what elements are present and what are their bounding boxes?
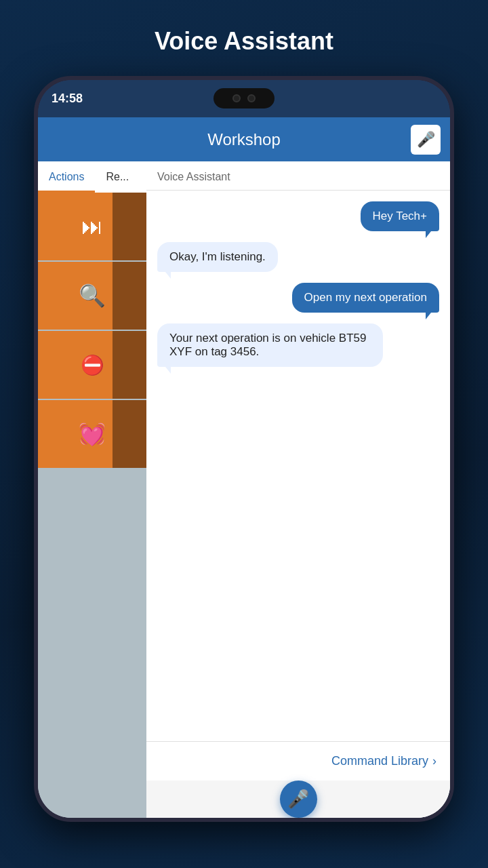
sidebar-icon-health[interactable]: 💓 xyxy=(38,400,146,468)
chat-area: Hey Tech+ Okay, I'm listening. Open my n… xyxy=(146,191,450,741)
noentry-icon: ⛔ xyxy=(81,354,104,376)
chat-text-1: Hey Tech+ xyxy=(373,210,427,222)
tab-re-label: Re... xyxy=(106,171,129,183)
chevron-right-icon: › xyxy=(432,754,436,768)
tabs-row: Actions Re... xyxy=(38,161,146,193)
mic-icon: 🎤 xyxy=(417,131,435,149)
status-time: 14:58 xyxy=(52,92,83,106)
chat-text-4: Your next operation is on vehicle BT59 X… xyxy=(169,332,366,358)
page-title: Voice Assistant xyxy=(155,27,333,56)
command-library-label: Command Library xyxy=(331,754,428,768)
chat-empty-space xyxy=(157,378,439,730)
camera-dot-left xyxy=(232,94,241,102)
sidebar-icon-search[interactable]: 🔍 xyxy=(38,262,146,330)
chat-bubble-1: Hey Tech+ xyxy=(361,201,439,231)
sidebar-icons: ⏭ 🔍 ⛔ 💓 xyxy=(38,193,146,469)
tab-re[interactable]: Re... xyxy=(95,161,140,193)
health-icon: 💓 xyxy=(79,421,106,447)
camera-notch xyxy=(214,88,274,108)
sidebar-icon-fastforward[interactable]: ⏭ xyxy=(38,193,146,260)
command-library-row: Command Library › xyxy=(146,741,450,781)
chat-text-3: Open my next operation xyxy=(304,291,427,304)
voice-panel-header: Voice Assistant xyxy=(146,161,450,191)
camera-dot-right xyxy=(247,94,256,102)
voice-panel: Voice Assistant Hey Tech+ Okay, I'm list… xyxy=(146,161,450,818)
status-bar: 14:58 xyxy=(38,80,450,117)
sidebar-icon-noentry[interactable]: ⛔ xyxy=(38,331,146,399)
bottom-mic-icon: 🎤 xyxy=(287,789,309,810)
fastforward-icon: ⏭ xyxy=(81,214,103,239)
chat-bubble-2: Okay, I'm listening. xyxy=(157,242,278,272)
chat-bubble-4: Your next operation is on vehicle BT59 X… xyxy=(157,323,383,367)
command-library-link[interactable]: Command Library › xyxy=(331,754,436,768)
sidebar: Actions Re... ⏭ 🔍 ⛔ 💓 xyxy=(38,161,146,818)
app-header: Workshop 🎤 xyxy=(38,117,450,161)
bottom-mic-area: 🎤 xyxy=(146,781,450,818)
tab-actions[interactable]: Actions xyxy=(38,161,95,193)
bottom-mic-button[interactable]: 🎤 xyxy=(280,781,317,818)
mic-button[interactable]: 🎤 xyxy=(411,125,441,155)
tab-actions-label: Actions xyxy=(49,171,84,183)
app-header-title: Workshop xyxy=(207,130,281,149)
chat-text-2: Okay, I'm listening. xyxy=(169,250,266,263)
search-icon: 🔍 xyxy=(79,283,106,309)
app-content: Actions Re... ⏭ 🔍 ⛔ 💓 xyxy=(38,161,450,818)
chat-bubble-3: Open my next operation xyxy=(292,283,439,313)
phone-frame: 14:58 Workshop 🎤 Actions Re... xyxy=(34,76,454,822)
